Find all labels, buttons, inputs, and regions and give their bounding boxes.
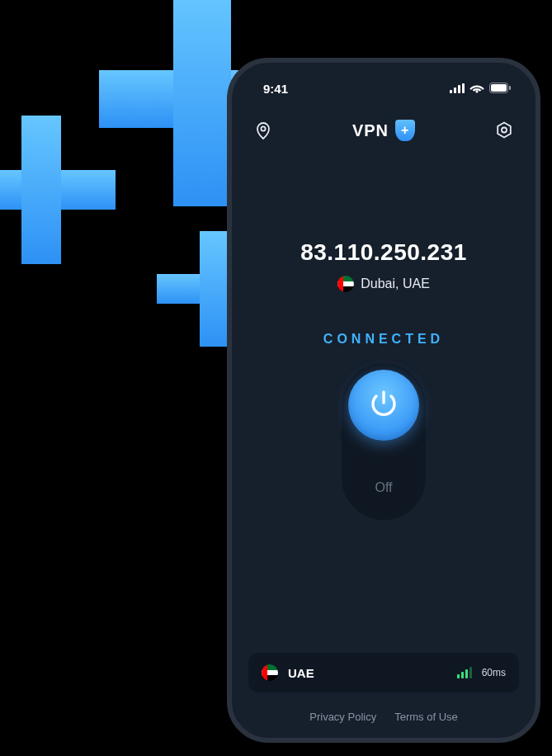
status-bar: 9:41	[248, 74, 519, 99]
svg-rect-0	[450, 90, 452, 93]
app-header: VPN	[248, 119, 519, 142]
server-ping: 60ms	[482, 667, 506, 678]
ip-address: 83.110.250.231	[300, 239, 467, 266]
privacy-policy-link[interactable]: Privacy Policy	[309, 711, 376, 723]
terms-of-use-link[interactable]: Terms of Use	[394, 711, 458, 723]
wifi-icon	[469, 82, 484, 96]
server-card[interactable]: UAE 60ms	[248, 653, 519, 692]
svg-rect-2	[458, 85, 460, 93]
phone-frame: 9:41 VPN 83.110.250.231	[227, 58, 540, 743]
uae-flag-icon	[337, 276, 354, 292]
app-title: VPN	[352, 120, 415, 141]
svg-point-8	[502, 128, 507, 133]
app-title-text: VPN	[352, 121, 389, 140]
decorative-plus	[0, 116, 116, 264]
power-toggle[interactable]: Off	[342, 363, 426, 520]
status-time: 9:41	[263, 82, 288, 96]
svg-rect-5	[491, 84, 507, 92]
location-row: Dubai, UAE	[337, 276, 430, 292]
svg-rect-1	[454, 87, 456, 93]
power-knob	[348, 370, 419, 441]
location-text: Dubai, UAE	[361, 276, 430, 291]
server-name: UAE	[288, 666, 447, 680]
location-icon-button[interactable]	[252, 119, 275, 142]
power-icon	[368, 388, 399, 423]
svg-point-7	[261, 126, 265, 130]
shield-plus-icon	[395, 120, 415, 141]
signal-icon	[457, 667, 472, 678]
cellular-icon	[450, 82, 465, 96]
uae-flag-icon	[262, 664, 278, 681]
toggle-off-label: Off	[342, 480, 426, 495]
footer-links: Privacy Policy Terms of Use	[309, 711, 458, 723]
battery-icon	[489, 82, 511, 96]
connection-status: CONNECTED	[323, 332, 444, 347]
settings-icon-button[interactable]	[493, 119, 516, 142]
svg-rect-6	[509, 86, 511, 90]
main-content: 83.110.250.231 Dubai, UAE CONNECTED Off …	[248, 142, 519, 723]
svg-rect-3	[462, 83, 465, 93]
